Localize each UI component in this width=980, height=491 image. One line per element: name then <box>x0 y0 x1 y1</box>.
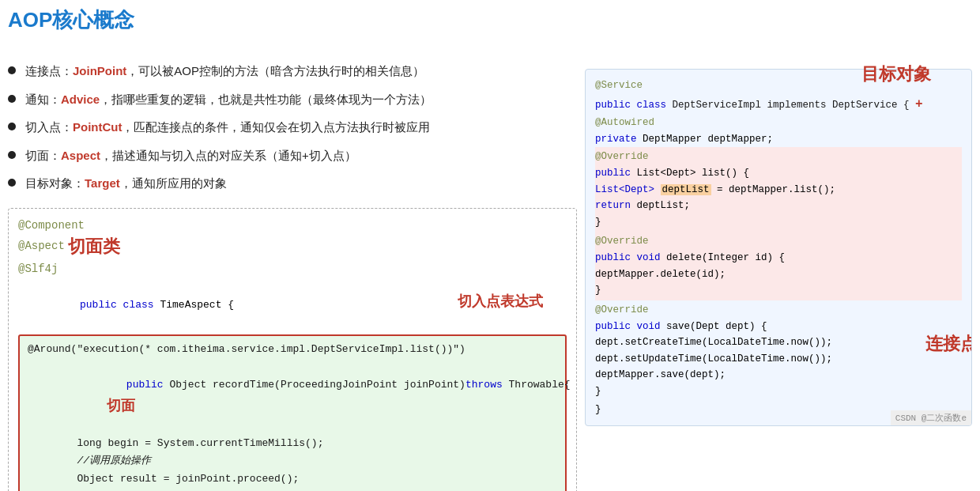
bullet-dot <box>8 123 16 130</box>
bullet-rest: ，匹配连接点的条件，通知仅会在切入点方法执行时被应用 <box>122 120 430 134</box>
method-decl: public Object recordTime(ProceedingJoinP… <box>28 358 557 435</box>
watermark: CSDN @二次函数e <box>891 410 971 425</box>
bullet-dot <box>8 95 16 103</box>
bullet-list: 连接点：JoinPoint，可以被AOP控制的方法（暗含方法执行时的相关信息） … <box>8 61 577 194</box>
r-save-block: @Override public void save(Dept dept) { … <box>595 300 962 402</box>
left-panel: 连接点：JoinPoint，可以被AOP控制的方法（暗含方法执行时的相关信息） … <box>0 61 585 491</box>
annotation-aspect: @Aspect <box>18 237 65 256</box>
target-object-label: 目标对象 <box>861 62 931 86</box>
r-save-line2: dept.setUpdateTime(LocalDateTime.now()); <box>595 351 962 368</box>
r-override3: @Override <box>595 302 962 319</box>
bullet-keyword: Aspect <box>61 149 100 162</box>
aspect-class-label: 切面类 <box>68 235 120 259</box>
r-list-line: List<Dept> deptList = deptMapper.list(); <box>595 182 962 198</box>
highlight-block: @Around("execution(* com.itheima.service… <box>18 334 567 491</box>
bullet-dot <box>8 151 16 159</box>
r-close3: } <box>595 383 962 400</box>
code-comment: //调用原始操作 <box>28 452 557 470</box>
list-item: 目标对象：Target，通知所应用的对象 <box>8 173 577 194</box>
list-item: 连接点：JoinPoint，可以被AOP控制的方法（暗含方法执行时的相关信息） <box>8 61 577 81</box>
bullet-rest: ，通知所应用的对象 <box>120 176 227 190</box>
annotation-slf4j: @Slf4j <box>18 260 567 279</box>
plus-sign: + <box>915 97 923 111</box>
around-annotation: @Around("execution(* com.itheima.service… <box>28 341 557 358</box>
bullet-dot <box>8 179 16 187</box>
list-item: 通知：Advice，指哪些重复的逻辑，也就是共性功能（最终体现为一个方法） <box>8 89 577 110</box>
r-override2: @Override <box>595 233 962 250</box>
right-panel: 切入点 连接点 @Service public class DeptServic… <box>585 69 972 426</box>
r-save-line3: deptMapper.save(dept); <box>595 367 962 383</box>
bullet-rest: ，描述通知与切入点的对应关系（通知+切入点） <box>100 149 356 162</box>
right-panel-wrapper: 目标对象 切入点 连接点 @Service public class DeptS… <box>585 69 978 491</box>
code-result: Object result = joinPoint.proceed(); <box>28 470 557 488</box>
bullet-label: 切面： <box>25 149 61 162</box>
bullet-keyword: Target <box>85 176 120 190</box>
bullet-rest: ，指哪些重复的逻辑，也就是共性功能（最终体现为一个方法） <box>100 93 432 106</box>
r-delete-method: public void delete(Integer id) { <box>595 250 962 266</box>
list-item: 切面：Aspect，描述通知与切入点的对应关系（通知+切入点） <box>8 145 577 166</box>
r-return-list: return deptList; <box>595 198 962 214</box>
left-code-box: @Component @Aspect 切面类 @Slf4j public cla… <box>8 208 577 492</box>
bullet-label: 切入点： <box>25 120 73 134</box>
bullet-dot <box>8 66 16 74</box>
r-close2: } <box>595 282 962 299</box>
r-list-method: public List<Dept> list() { <box>595 165 962 182</box>
joinpoint-label: 连接点 <box>925 332 972 356</box>
cutpoint-expr-label: 切入点表达式 <box>458 292 543 311</box>
r-delete-block: @Override public void delete(Integer id)… <box>595 232 962 300</box>
r-save-line1: dept.setCreateTime(LocalDateTime.now()); <box>595 334 962 351</box>
facet-inline-label: 切面 <box>107 394 135 418</box>
bullet-keyword: PointCut <box>73 120 122 134</box>
code-end: long end = System.currentTimeMillis(); <box>28 488 557 491</box>
r-close1: } <box>595 214 962 231</box>
r-delete-line: deptMapper.delete(id); <box>595 266 962 283</box>
bullet-label: 目标对象： <box>25 176 85 190</box>
bullet-keyword: Advice <box>61 93 100 106</box>
bullet-keyword: JoinPoint <box>73 64 126 77</box>
r-save-method: public void save(Dept dept) { <box>595 319 962 335</box>
list-item: 切入点：PointCut，匹配连接点的条件，通知仅会在切入点方法执行时被应用 <box>8 117 577 138</box>
r-class-decl: public class DeptServiceImpl implements … <box>595 94 962 115</box>
bullet-label: 通知： <box>25 93 61 106</box>
r-list-block: @Override public List<Dept> list() { Lis… <box>595 147 962 232</box>
bullet-rest: ，可以被AOP控制的方法（暗含方法执行时的相关信息） <box>126 64 424 77</box>
page-title: AOP核心概念 <box>8 6 972 39</box>
r-override1: @Override <box>595 149 962 165</box>
annotation-component: @Component <box>18 217 567 236</box>
bullet-label: 连接点： <box>25 64 73 77</box>
code-begin: long begin = System.currentTimeMillis(); <box>28 435 557 452</box>
r-private-line: private DeptMapper deptMapper; <box>595 131 962 148</box>
right-code-content: @Service public class DeptServiceImpl im… <box>595 77 962 417</box>
r-autowired: @Autowired <box>595 115 962 131</box>
